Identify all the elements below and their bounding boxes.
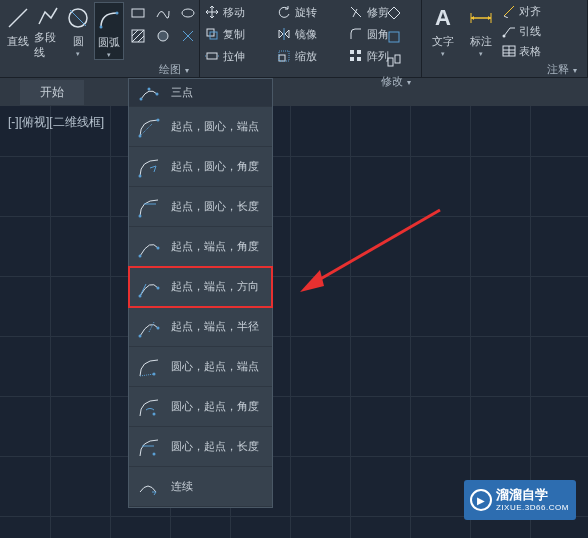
svg-point-36 (140, 97, 143, 100)
rotate-icon (276, 4, 292, 20)
move-button[interactable]: 移动 (204, 2, 274, 22)
polyline-label: 多段线 (34, 30, 62, 60)
dimension-icon (467, 4, 495, 32)
modify-more-2[interactable] (382, 26, 406, 48)
watermark-badge: ▶ 溜溜自学 ZIXUE.3D66.COM (464, 480, 576, 520)
arc-option-sce[interactable]: 起点，圆心，端点 (129, 107, 272, 147)
draw-group-title[interactable]: 绘图 (4, 60, 195, 79)
array-button[interactable]: 阵列 (348, 46, 376, 66)
svg-line-54 (140, 374, 154, 376)
move-icon (204, 4, 220, 20)
spline-icon[interactable] (151, 2, 175, 24)
svg-rect-21 (350, 57, 354, 61)
svg-rect-5 (132, 9, 144, 17)
arc-option-sed[interactable]: 起点，端点，方向 (129, 267, 272, 307)
svg-line-41 (140, 124, 152, 136)
svg-rect-16 (207, 53, 217, 59)
mirror-button[interactable]: 镜像 (276, 24, 346, 44)
svg-line-30 (504, 16, 508, 18)
draw-mini-tools (126, 2, 200, 47)
copy-icon (204, 26, 220, 42)
modify-more-3[interactable] (382, 50, 406, 72)
region-icon[interactable] (151, 25, 175, 47)
anno-group-title[interactable]: 注释 (426, 60, 583, 79)
arc-sed-icon (135, 273, 163, 301)
arc-option-continue[interactable]: 连续 (129, 467, 272, 507)
svg-line-8 (132, 30, 138, 36)
ribbon-group-annotation: A 文字 ▾ 标注 ▾ 对齐 引线 表格 注释 (422, 0, 588, 77)
arc-scl-icon (135, 193, 163, 221)
arc-option-sea[interactable]: 起点，端点，角度 (129, 227, 272, 267)
arc-continue-icon (135, 473, 163, 501)
svg-point-51 (157, 326, 160, 329)
line-icon (4, 4, 32, 32)
arc-label: 圆弧 (98, 35, 120, 50)
arc-option-3point[interactable]: 三点 (129, 79, 272, 107)
arc-option-cse[interactable]: 圆心，起点，端点 (129, 347, 272, 387)
svg-point-43 (139, 214, 142, 217)
trim-button[interactable]: 修剪 (348, 2, 376, 22)
mirror-icon (276, 26, 292, 42)
svg-point-40 (157, 118, 160, 121)
modify-more-1[interactable] (382, 2, 406, 24)
arc-3point-icon (135, 79, 163, 107)
stretch-icon (204, 48, 220, 64)
align-button[interactable]: 对齐 (502, 2, 541, 20)
line-tool[interactable]: 直线 (4, 2, 32, 60)
viewport-label[interactable]: [-][俯视][二维线框] (8, 114, 104, 131)
scale-button[interactable]: 缩放 (276, 46, 346, 66)
point-icon[interactable] (176, 25, 200, 47)
svg-point-4 (116, 12, 119, 15)
polyline-tool[interactable]: 多段线 (34, 2, 62, 60)
arc-ser-icon (135, 313, 163, 341)
svg-line-52 (149, 322, 154, 332)
stretch-button[interactable]: 拉伸 (204, 46, 274, 66)
ribbon-group-modify: 移动 旋转 修剪 复制 镜像 圆角 拉伸 缩放 阵列 修改 (200, 0, 422, 77)
svg-point-11 (158, 31, 168, 41)
circle-tool[interactable]: 圆 ▾ (64, 2, 92, 60)
arc-tool[interactable]: 圆弧 ▾ (94, 2, 124, 60)
hatch-icon[interactable] (126, 25, 150, 47)
fillet-icon (348, 26, 364, 42)
copy-button[interactable]: 复制 (204, 24, 274, 44)
leader-button[interactable]: 引线 (502, 22, 541, 40)
drawing-canvas[interactable]: [-][俯视][二维线框] (0, 106, 588, 538)
svg-point-31 (503, 35, 506, 38)
tab-start[interactable]: 开始 (20, 80, 84, 105)
svg-point-3 (100, 26, 103, 29)
ribbon-group-draw: 直线 多段线 圆 ▾ 圆弧 ▾ (0, 0, 200, 77)
arc-option-ser[interactable]: 起点，端点，半径 (129, 307, 272, 347)
svg-point-55 (153, 412, 156, 415)
chevron-down-icon: ▾ (441, 50, 445, 58)
align-icon (502, 4, 516, 18)
chevron-down-icon: ▾ (107, 51, 111, 59)
arc-csl-icon (135, 433, 163, 461)
arc-dropdown: 三点 起点，圆心，端点 起点，圆心，角度 起点，圆心，长度 起点，端点，角度 起… (128, 78, 273, 508)
arc-option-scl[interactable]: 起点，圆心，长度 (129, 187, 272, 227)
svg-line-49 (140, 284, 146, 296)
svg-rect-17 (279, 55, 285, 61)
text-tool[interactable]: A 文字 ▾ (426, 2, 460, 60)
dimension-tool[interactable]: 标注 ▾ (464, 2, 498, 60)
svg-rect-24 (388, 58, 393, 66)
svg-point-48 (157, 286, 160, 289)
arc-csa-icon (135, 393, 163, 421)
fillet-button[interactable]: 圆角 (348, 24, 376, 44)
rotate-button[interactable]: 旋转 (276, 2, 346, 22)
svg-point-6 (182, 9, 194, 17)
chevron-down-icon: ▾ (479, 50, 483, 58)
table-button[interactable]: 表格 (502, 42, 541, 60)
rect-icon[interactable] (126, 2, 150, 24)
arc-option-sca[interactable]: 起点，圆心，角度 (129, 147, 272, 187)
ribbon: 直线 多段线 圆 ▾ 圆弧 ▾ (0, 0, 588, 78)
trim-icon (348, 4, 364, 20)
arc-option-csa[interactable]: 圆心，起点，角度 (129, 387, 272, 427)
arc-cse-icon (135, 353, 163, 381)
circle-icon (64, 4, 92, 32)
arc-sce-icon (135, 113, 163, 141)
chevron-down-icon: ▾ (76, 50, 80, 58)
line-label: 直线 (7, 34, 29, 49)
circle-label: 圆 (73, 34, 84, 49)
ellipse-icon[interactable] (176, 2, 200, 24)
arc-option-csl[interactable]: 圆心，起点，长度 (129, 427, 272, 467)
